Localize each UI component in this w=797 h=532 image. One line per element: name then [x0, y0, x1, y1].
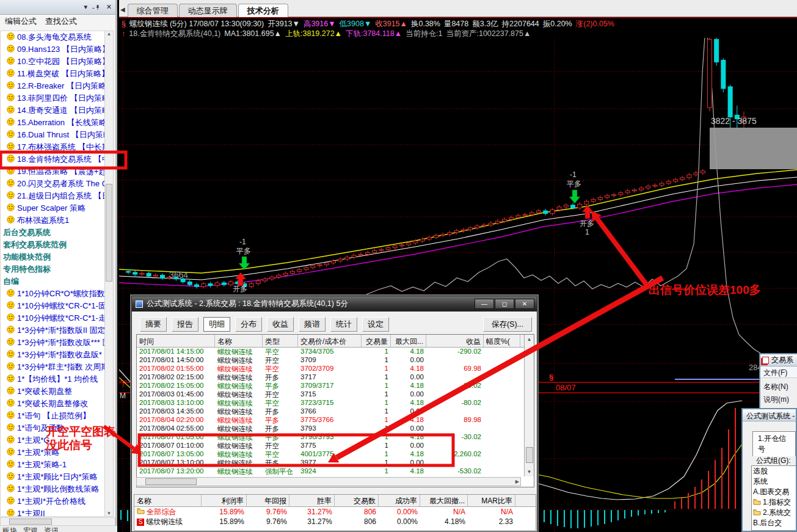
file-menu[interactable]: 文件(F) — [760, 366, 797, 378]
table-vertical-scrollbar[interactable]: ▲ ▼ — [524, 335, 534, 476]
sidebar-item-19[interactable]: 专用特色指标 — [1, 263, 104, 275]
sidebar-item-17[interactable]: 套利交易系统范例 — [1, 239, 104, 251]
sidebar-item-32[interactable]: 1*语句及函数 — [1, 422, 104, 434]
sidebar-item-24[interactable]: 1*3分钟*渐*指数版II 固定论询 — [1, 324, 104, 337]
trade-row-2[interactable]: 2017/08/02 01:55:00螺纹钢连续平空3702/370914.18… — [137, 365, 534, 373]
stats-header-1[interactable]: 利润率 — [202, 495, 247, 506]
sidebar-item-28[interactable]: 1*【均价线】*1 均价线 — [1, 373, 104, 385]
sidebar-item-23[interactable]: 1*10分钟螺纹*CR-C*1-走完k 次 — [1, 312, 104, 324]
dialog-tab-分布[interactable]: 分布 — [235, 317, 262, 332]
table-horizontal-scrollbar[interactable]: ▶ — [136, 477, 521, 486]
stats-row-1[interactable]: S 螺纹钢连续15.89%9.76%31.27%8060.00%4.18%2.3… — [134, 517, 536, 527]
tab-scroll-left-icon[interactable]: ◀ — [120, 6, 125, 13]
trade-row-6[interactable]: 2017/08/03 13:10:00螺纹钢连续平空3723/371514.18… — [137, 399, 534, 407]
sidebar-item-34[interactable]: 1*主观*策略 — [1, 446, 104, 459]
sidebar-item-35[interactable]: 1*主观*策略-1 — [1, 459, 104, 471]
sidebar-item-14[interactable]: Super Scalper 策略 — [1, 202, 104, 214]
formula-group-item-5[interactable]: B.后台交 — [752, 518, 796, 528]
sidebar-item-1[interactable]: 09.Hans123 【日内策略】 — [1, 43, 104, 56]
dialog-tab-明细[interactable]: 明细 — [203, 317, 230, 332]
column-header-2[interactable]: 类型 — [263, 335, 298, 347]
formula-group-item-2[interactable]: A.图表交易 — [752, 487, 796, 497]
column-header-6[interactable]: 收益 — [426, 335, 484, 347]
dialog-tab-收益[interactable]: 收益 — [267, 317, 294, 332]
sidebar-item-9[interactable]: 17.布林强盗系统 【中长期】 — [1, 141, 104, 153]
close-button[interactable]: ✕ — [515, 299, 534, 309]
formula-group-item-0[interactable]: 选股 — [752, 466, 796, 476]
bottom-tab-宏观[interactable]: 宏观 — [23, 526, 38, 532]
trade-row-9[interactable]: 2017/08/04 02:55:00螺纹钢连续开多379310.00 — [137, 425, 534, 433]
stats-header-6[interactable]: 最大回撤... — [420, 495, 468, 506]
sidebar-item-18[interactable]: 功能模块范例 — [1, 251, 104, 263]
save-button[interactable]: 保存(S)... — [483, 317, 532, 332]
sidebar-item-36[interactable]: 1*主观*顾比*日内*策略 — [1, 471, 104, 483]
sidebar-item-12[interactable]: 20.闪灵交易者系统 The Gh — [1, 178, 104, 190]
stats-header-0[interactable]: 名称 — [134, 495, 202, 506]
dialog-tab-频谱[interactable]: 频谱 — [299, 317, 326, 332]
trade-row-13[interactable]: 2017/08/07 13:10:00螺纹钢连续开多397710.00 — [137, 459, 534, 467]
stats-header-4[interactable]: 交易数 — [335, 495, 379, 506]
column-header-5[interactable]: 最大回... — [391, 335, 426, 347]
trade-edit-titlebar[interactable]: 交易系 — [760, 354, 797, 366]
sidebar-item-8[interactable]: 16.Dual Thrust 【日内策略】 — [1, 129, 104, 141]
sidebar-item-30[interactable]: 1*突破长期盘整修改 — [1, 398, 104, 410]
formula-group-item-3[interactable]: 1.指标交 — [752, 497, 796, 508]
workspace-tab-1[interactable]: 动态显示牌 — [179, 4, 237, 17]
dialog-titlebar[interactable]: 公式测试系统 - 2.系统交易 : 18.金肯特纳交易系统(40,1) 5分 —… — [132, 296, 537, 312]
sidebar-item-4[interactable]: 12.R-Breaker 【日内策略】 — [1, 80, 104, 92]
stats-row-0[interactable]: 全部综合15.89%9.76%31.27%8060.00%N/AN/A — [134, 507, 536, 517]
column-header-0[interactable]: 时间 — [137, 335, 215, 347]
sidebar-item-21[interactable]: 1*10分钟CR*O*螺纹指数*市价 — [1, 288, 104, 300]
sidebar-item-25[interactable]: 1*3分钟*渐*指数改版*** 固定论 — [1, 337, 104, 349]
workspace-tab-2[interactable]: 技术分析 — [238, 4, 288, 17]
trade-row-0[interactable]: 2017/08/01 14:15:00螺纹钢连续平空3734/370514.18… — [137, 348, 534, 356]
column-header-3[interactable]: 交易价/成本价 — [298, 335, 362, 347]
trade-row-8[interactable]: 2017/08/04 02:20:00螺纹钢连续平多3775/376614.18… — [137, 416, 534, 425]
sidebar-item-16[interactable]: 后台交易系统 — [1, 227, 104, 239]
trade-row-7[interactable]: 2017/08/03 14:35:00螺纹钢连续开多376610.00 — [137, 407, 534, 416]
sidebar-item-37[interactable]: 1*主观*顾比倒数线策略 — [1, 483, 104, 495]
sidebar-item-3[interactable]: 11.横盘突破 【日内策略】 — [1, 68, 104, 80]
sidebar-item-22[interactable]: 1*10分钟螺纹*CR-C*1-固定论 — [1, 300, 104, 312]
sidebar-item-6[interactable]: 14.唐奇安通道 【日内策略】 — [1, 104, 104, 117]
stats-header-7[interactable]: MAR比率 — [468, 495, 515, 506]
sidebar-item-26[interactable]: 1*3分钟*渐*指数收盘版* 固定论 — [1, 349, 104, 361]
sidebar-item-27[interactable]: 1*3分钟*群主*指数 次周期走完 — [1, 361, 104, 373]
bottom-tab-资讯[interactable]: 资讯 — [44, 526, 59, 532]
sidebar-item-29[interactable]: 1*突破长期盘整 — [1, 385, 104, 398]
sidebar-item-2[interactable]: 10.空中花园 【日内策略】 — [1, 56, 104, 68]
tab-open-signal[interactable]: 1.开仓信号 — [752, 431, 796, 456]
sidebar-item-13[interactable]: 21.超级日内组合系统 【日 — [1, 190, 104, 202]
workspace-tab-0[interactable]: 综合管理 — [128, 4, 178, 17]
sidebar-vertical-scrollbar[interactable]: ▲▼ — [104, 31, 114, 517]
sidebar-item-15[interactable]: 布林强盗系统1 — [1, 214, 104, 227]
dialog-tab-报告[interactable]: 报告 — [172, 317, 198, 332]
column-header-7[interactable]: 幅度%( — [484, 335, 520, 347]
sidebar-item-0[interactable]: 08.多头海龟交易系统 — [1, 31, 104, 43]
column-header-1[interactable]: 名称 — [215, 335, 263, 347]
pin-icon[interactable]: -🖈 — [92, 4, 101, 11]
trade-row-14[interactable]: 2017/08/07 13:20:00螺纹钢连续强制平仓392414.18-53… — [137, 467, 534, 476]
formula-group-item-1[interactable]: 系统 — [752, 476, 796, 487]
sidebar-item-11[interactable]: 19.恒温器策略 【震荡+趋势 — [1, 166, 104, 178]
trade-row-10[interactable]: 2017/08/07 01:05:00螺纹钢连续平多3790/379314.18… — [137, 433, 534, 442]
stats-header-2[interactable]: 年回报 — [247, 495, 289, 506]
dialog-tab-统计[interactable]: 统计 — [330, 317, 357, 332]
maximize-button[interactable]: ◻ — [495, 299, 514, 309]
close-icon[interactable]: ✕ — [106, 3, 112, 11]
sidebar-horizontal-scrollbar[interactable] — [0, 517, 115, 526]
column-header-4[interactable]: 交易量 — [362, 335, 391, 347]
trade-row-4[interactable]: 2017/08/02 15:05:00螺纹钢连续平多3709/371714.18… — [137, 382, 534, 390]
trade-row-11[interactable]: 2017/08/07 01:10:00螺纹钢连续开空377510.00 — [137, 442, 534, 450]
bottom-tab-板块[interactable]: 板块 — [2, 526, 17, 532]
sidebar-item-5[interactable]: 13.菲阿里四价 【日内策略】 — [1, 92, 104, 104]
dropdown-icon[interactable]: ▾ — [84, 3, 88, 11]
minimize-button[interactable]: — — [475, 299, 494, 309]
trade-row-12[interactable]: 2017/08/07 13:05:00螺纹钢连续平空4001/377514.18… — [137, 450, 534, 459]
sidebar-item-7[interactable]: 15.Aberration 【长线策略】 — [1, 117, 104, 129]
stats-header-3[interactable]: 胜率 — [289, 495, 335, 506]
sidebar-item-20[interactable]: 自编 — [1, 275, 104, 288]
sidebar-item-10[interactable]: 18.金肯特纳交易系统 【中 — [1, 153, 104, 166]
sidebar-item-39[interactable]: 1*主观II — [1, 508, 104, 517]
sidebar-item-31[interactable]: 1*语句 【止损范例】 — [1, 410, 104, 422]
